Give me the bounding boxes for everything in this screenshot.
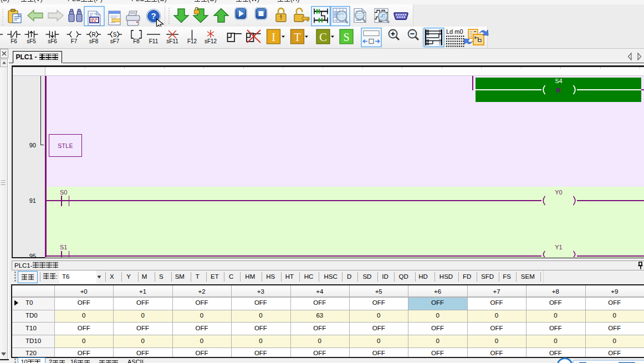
svg-text:?: ? — [151, 11, 156, 21]
svg-text:T: T — [294, 31, 300, 43]
svg-text:R: R — [91, 32, 95, 38]
svg-text:S: S — [113, 32, 117, 38]
svg-text:I: I — [272, 31, 275, 43]
svg-text:Ld m0: Ld m0 — [446, 28, 463, 35]
svg-text:C: C — [319, 31, 326, 43]
svg-text:S: S — [343, 31, 349, 43]
